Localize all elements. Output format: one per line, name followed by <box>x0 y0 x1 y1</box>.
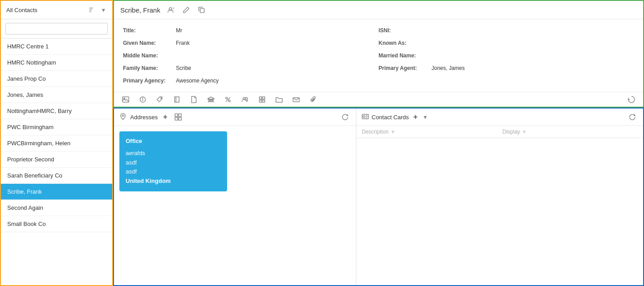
primary-agency-label: Primary Agency: <box>123 78 172 84</box>
tab-image-icon[interactable] <box>120 95 131 104</box>
sidebar-item-pwcbirmingham-helen[interactable]: PWCBirmingham, Helen <box>1 135 112 152</box>
search-input[interactable] <box>5 23 108 35</box>
contact-cards-header: Contact Cards + ▾ <box>356 108 643 126</box>
sidebar-item-janes-prop[interactable]: Janes Prop Co <box>1 71 112 87</box>
addresses-grid-toggle[interactable] <box>173 113 184 121</box>
history-icon[interactable] <box>626 95 637 104</box>
field-known-as: Known As: <box>379 38 635 48</box>
sidebar-title: All Contacts <box>6 7 37 13</box>
sidebar-item-hmrc-centre[interactable]: HMRC Centre 1 <box>1 39 112 55</box>
sidebar-item-hmrc-nottingham[interactable]: HMRC Nottingham <box>1 55 112 71</box>
field-family-name: Family Name: Scribe <box>123 63 379 73</box>
addresses-header: Addresses + <box>114 108 356 126</box>
description-filter-icon[interactable]: ▼ <box>390 129 395 134</box>
address-line3: asdf <box>126 167 221 177</box>
svg-rect-31 <box>175 117 178 120</box>
primary-agent-value: Jones, James <box>432 65 465 71</box>
primary-agency-value: Awesome Agency <box>176 78 219 84</box>
contact-header: Scribe, Frank <box>114 1 643 19</box>
contact-action-icons <box>166 5 207 14</box>
svg-point-34 <box>363 116 365 117</box>
sidebar-item-sarah-beneficiary[interactable]: Sarah Beneficiary Co <box>1 168 112 184</box>
svg-point-22 <box>245 98 248 100</box>
contact-name: Scribe, Frank <box>120 6 160 14</box>
add-address-button[interactable]: + <box>161 112 169 122</box>
family-name-label: Family Name: <box>123 65 172 71</box>
svg-rect-16 <box>212 99 213 101</box>
svg-point-19 <box>226 97 228 99</box>
field-primary-agent: Primary Agent: Jones, James <box>379 63 635 73</box>
svg-point-11 <box>143 98 143 99</box>
contact-cards-refresh-icon[interactable] <box>627 113 638 121</box>
add-contact-card-button[interactable]: + <box>412 112 419 122</box>
svg-rect-29 <box>175 114 178 117</box>
svg-rect-24 <box>263 97 265 99</box>
tab-percent-icon[interactable] <box>223 95 233 104</box>
svg-rect-23 <box>259 97 262 99</box>
tab-grid-icon[interactable] <box>257 95 267 104</box>
edit-icon[interactable] <box>181 5 192 14</box>
tab-attachment-icon[interactable] <box>308 95 319 104</box>
tab-icons-left <box>120 95 319 104</box>
known-as-label: Known As: <box>379 40 428 46</box>
tab-bank-icon[interactable] <box>206 95 216 104</box>
contact-cards-controls <box>627 113 638 121</box>
field-primary-agency: Primary Agency: Awesome Agency <box>123 76 379 86</box>
field-isni: ISNI: <box>379 26 635 35</box>
field-married-name: Married Name: <box>379 51 635 61</box>
svg-point-20 <box>228 100 230 102</box>
address-card-office[interactable]: Office aerafds asdf asdf United Kingdom <box>119 131 227 191</box>
field-title: Title: Mr <box>123 26 379 35</box>
sidebar: All Contacts ▾ HMRC Centre 1 HMRC Nottin… <box>0 0 113 286</box>
isni-label: ISNI: <box>379 27 428 34</box>
sidebar-item-pwc-birmingham[interactable]: PWC Birmingham <box>1 119 112 135</box>
svg-point-12 <box>161 98 162 99</box>
contact-cards-icon <box>362 113 369 121</box>
tab-tags-icon[interactable] <box>154 95 165 104</box>
contact-fields: Title: Mr Given Name: Frank Middle Name:… <box>114 19 643 92</box>
location-icon <box>119 113 127 121</box>
tab-info-icon[interactable] <box>137 95 148 104</box>
given-name-value: Frank <box>176 40 190 46</box>
svg-rect-26 <box>263 100 265 102</box>
sidebar-item-second-again[interactable]: Second Again <box>1 200 112 216</box>
svg-rect-15 <box>210 99 211 101</box>
married-name-label: Married Name: <box>379 52 428 59</box>
svg-point-28 <box>123 115 124 116</box>
tab-book-icon[interactable] <box>171 95 182 104</box>
tab-folder-icon[interactable] <box>274 95 285 104</box>
contact-cards-table-header: Description ▼ Display ▼ <box>356 126 643 138</box>
svg-rect-14 <box>209 99 210 101</box>
addresses-section: Addresses + Office aerafds asdf asdf <box>114 108 356 285</box>
col-header-display: Display ▼ <box>503 129 638 135</box>
primary-agent-label: Primary Agent: <box>379 65 428 71</box>
copy-icon[interactable] <box>196 5 207 14</box>
main-content: Scribe, Frank Title: Mr <box>113 0 644 286</box>
sidebar-item-small-book-co[interactable]: Small Book Co <box>1 216 112 232</box>
svg-rect-25 <box>259 100 262 102</box>
sidebar-item-proprietor-second[interactable]: Proprietor Second <box>1 152 112 168</box>
addresses-content: Office aerafds asdf asdf United Kingdom <box>114 126 356 285</box>
dropdown-icon[interactable]: ▾ <box>100 5 107 14</box>
contact-cards-dropdown[interactable]: ▾ <box>422 113 429 121</box>
display-filter-icon[interactable]: ▼ <box>522 129 527 134</box>
contact-list: HMRC Centre 1 HMRC Nottingham Janes Prop… <box>1 39 112 285</box>
address-type: Office <box>126 137 221 146</box>
contact-fields-left: Title: Mr Given Name: Frank Middle Name:… <box>123 24 379 87</box>
svg-rect-6 <box>200 9 204 13</box>
tab-mail-icon[interactable] <box>291 95 302 104</box>
sort-icon[interactable] <box>87 5 97 14</box>
contact-detail-panel: Scribe, Frank Title: Mr <box>113 0 644 108</box>
add-contact-icon[interactable] <box>166 5 176 14</box>
addresses-refresh-icon[interactable] <box>340 113 350 121</box>
bottom-panel: Addresses + Office aerafds asdf asdf <box>113 108 644 286</box>
tab-doc-icon[interactable] <box>188 95 199 104</box>
sidebar-item-jones-james[interactable]: Jones, James <box>1 87 112 103</box>
sidebar-item-nottinghamhmrc-barry[interactable]: NottinghamHMRC, Barry <box>1 103 112 119</box>
contact-cards-section: Contact Cards + ▾ Description ▼ Display … <box>356 108 643 285</box>
sidebar-item-scribe-frank[interactable]: Scribe, Frank <box>1 184 112 200</box>
addresses-refresh <box>340 113 350 121</box>
tab-group-icon[interactable] <box>240 95 250 104</box>
svg-rect-30 <box>179 114 181 117</box>
middle-name-label: Middle Name: <box>123 52 172 59</box>
